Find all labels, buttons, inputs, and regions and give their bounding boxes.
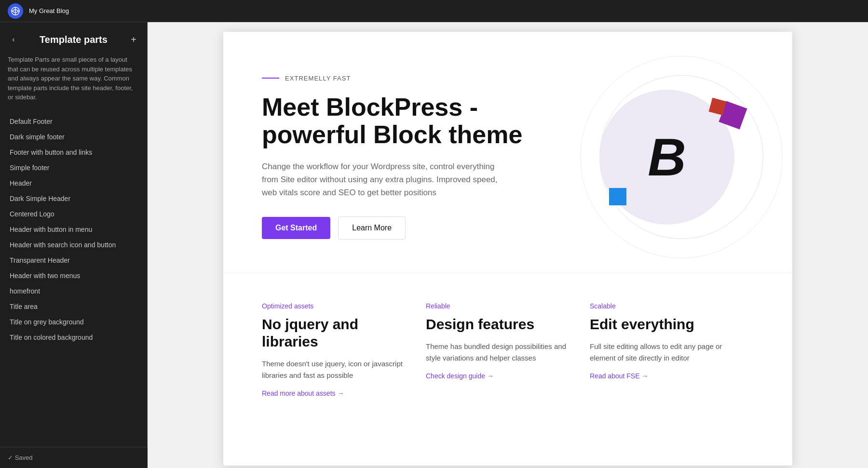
feature-link[interactable]: Read about FSE → (590, 372, 648, 380)
sidebar-footer: ✓ Saved (0, 447, 148, 468)
feature-desc: Full site editing allows to edit any pag… (590, 341, 744, 364)
feature-col-1: Reliable Design features Theme has bundl… (426, 302, 590, 398)
sidebar-description: Template Parts are small pieces of a lay… (8, 55, 139, 102)
sidebar-item[interactable]: Transparent Header (8, 253, 139, 268)
topbar: My Great Blog (0, 0, 868, 22)
saved-status: ✓ Saved (8, 454, 33, 461)
sidebar-item[interactable]: Header with button in menu (8, 222, 139, 237)
feature-tag: Optimized assets (262, 302, 416, 310)
sidebar-item[interactable]: Dark Simple Header (8, 191, 139, 206)
blog-title: My Great Blog (29, 7, 69, 14)
feature-col-0: Optimized assets No jquery and libraries… (262, 302, 426, 398)
b-letter: B (648, 131, 686, 184)
hero-eyebrow: EXTREMELLY FAST (262, 75, 551, 82)
feature-link[interactable]: Read more about assets → (262, 389, 344, 397)
feature-col-2: Scalable Edit everything Full site editi… (590, 302, 754, 398)
sidebar-item[interactable]: Dark simple footer (8, 129, 139, 145)
sidebar-item[interactable]: Simple footer (8, 160, 139, 175)
main-content: EXTREMELLY FAST Meet BlockPress - powerf… (148, 22, 868, 468)
sidebar-item[interactable]: homefront (8, 283, 139, 299)
sidebar-back-button[interactable]: ‹ (8, 34, 19, 45)
learn-more-button[interactable]: Learn More (338, 216, 406, 240)
eyebrow-line (262, 78, 279, 79)
blue-shape (609, 188, 626, 205)
wp-logo-icon[interactable] (8, 3, 23, 19)
sidebar-item[interactable]: Default Footer (8, 114, 139, 129)
feature-desc: Theme has bundled design possibilities a… (426, 341, 580, 364)
feature-title: No jquery and libraries (262, 316, 416, 350)
feature-title: Edit everything (590, 316, 744, 333)
sidebar-title: Template parts (40, 34, 108, 45)
hero-left: EXTREMELLY FAST Meet BlockPress - powerf… (262, 75, 551, 240)
sidebar-item[interactable]: Footer with button and links (8, 145, 139, 160)
hero-buttons: Get Started Learn More (262, 216, 551, 240)
sidebar-item[interactable]: Centered Logo (8, 206, 139, 222)
get-started-button[interactable]: Get Started (262, 217, 330, 239)
sidebar-nav: Default FooterDark simple footerFooter w… (8, 114, 139, 345)
sidebar-item[interactable]: Title on grey background (8, 314, 139, 330)
hero-illustration: B (580, 70, 754, 244)
hero-description: Change the workflow for your Wordpress s… (262, 160, 513, 200)
preview-frame: EXTREMELLY FAST Meet BlockPress - powerf… (223, 32, 792, 466)
sidebar-item[interactable]: Title area (8, 299, 139, 314)
feature-tag: Scalable (590, 302, 744, 310)
hero-section: EXTREMELLY FAST Meet BlockPress - powerf… (223, 32, 792, 273)
sidebar-header: ‹ Template parts + (8, 34, 139, 45)
sidebar-item[interactable]: Title on colored background (8, 330, 139, 345)
features-section: Optimized assets No jquery and libraries… (223, 273, 792, 427)
sidebar: ‹ Template parts + Template Parts are sm… (0, 22, 148, 468)
hero-title: Meet BlockPress - powerful Block theme (262, 94, 551, 148)
sidebar-item[interactable]: Header with two menus (8, 268, 139, 283)
eyebrow-text: EXTREMELLY FAST (285, 75, 351, 82)
sidebar-item[interactable]: Header (8, 175, 139, 191)
sidebar-item[interactable]: Header with search icon and button (8, 237, 139, 253)
feature-desc: Theme doesn't use jquery, icon or javasc… (262, 358, 416, 381)
feature-tag: Reliable (426, 302, 580, 310)
sidebar-add-button[interactable]: + (128, 34, 139, 45)
feature-title: Design features (426, 316, 580, 333)
feature-link[interactable]: Check design guide → (426, 372, 494, 380)
